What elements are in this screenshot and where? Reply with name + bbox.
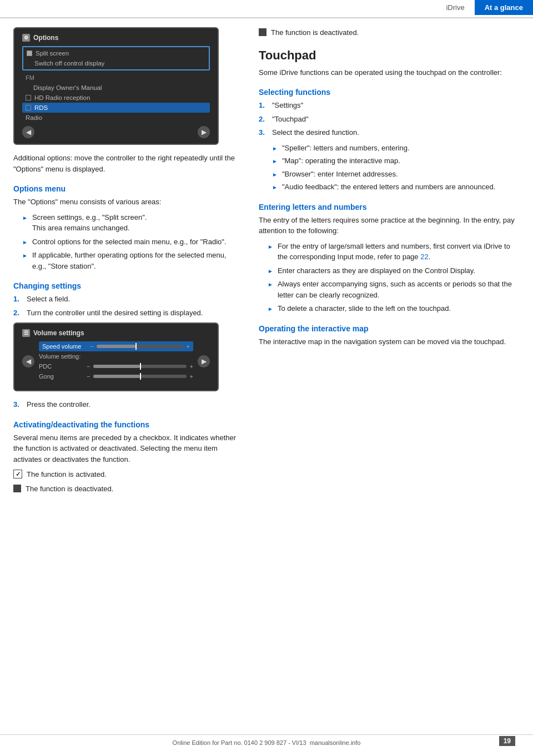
changing-step-1: 1. Select a field. [13, 294, 241, 305]
volume-screen-title: ☰ Volume settings [22, 329, 210, 337]
bullet-subtext-1: This area remains unchanged. [32, 224, 130, 232]
volume-rows-area: Speed volume − + Volume setting: [39, 341, 193, 381]
gong-slider-marker [140, 373, 141, 380]
enter-bullet-2: ► Enter characters as they are displayed… [263, 265, 520, 276]
changing-step-1-text: Select a field. [27, 294, 70, 305]
enter-bullet-3: ► Always enter accompanying signs, such … [263, 279, 520, 300]
options-screen-mockup: ⚙ Options Split screen Switch off contro… [13, 27, 219, 145]
checkbox-split [27, 51, 32, 56]
step3-num: 3. [13, 399, 22, 410]
bullet-text-2: Control options for the selected main me… [32, 236, 227, 248]
check-icon: ✓ [13, 470, 22, 478]
deactivated-text-right: The function is deactivated. [271, 27, 359, 38]
changing-settings-heading: Changing settings [13, 281, 241, 290]
screen-item-ownersmanual: Display Owner's Manual [22, 83, 210, 93]
page-number: 19 [499, 736, 515, 746]
checkbox-hdradio [26, 95, 31, 100]
enter-tri-1: ► [268, 243, 273, 263]
volume-screen-mockup: ☰ Volume settings ◀ Speed volume − + [13, 322, 219, 391]
pdc-slider [93, 365, 186, 368]
deactivated-text: The function is deactivated. [26, 483, 113, 495]
gong-slider [93, 375, 186, 378]
touchpad-intro: Some iDrive functions can be operated us… [259, 67, 520, 78]
selecting-bullets-list: ► "Speller": letters and numbers, enteri… [259, 143, 520, 193]
entering-para: The entry of the letters requires some p… [259, 215, 520, 236]
nav-right-arrow: ▶ [198, 126, 210, 138]
bullet-icon-2: ► [22, 238, 28, 248]
changing-step-2: 2. Turn the controller until the desired… [13, 308, 241, 319]
speed-slider-fill [97, 345, 135, 348]
sel-bullet-1-text: "Speller": letters and numbers, entering… [282, 143, 410, 154]
enter-bullet-4: ► To delete a character, slide to the le… [263, 303, 520, 314]
header-tabs: iDrive At a glance [436, 0, 533, 15]
sel-bullet-4-text: "Audio feedback": the entered letters an… [282, 182, 495, 193]
footer-site: manualsonline.info [310, 739, 361, 746]
changing-steps-list: 1. Select a field. 2. Turn the controlle… [13, 294, 241, 318]
volume-row-gong: Gong − + [39, 371, 193, 381]
touchpad-heading: Touchpad [259, 48, 520, 63]
volume-setting-label-row: Volume setting: [39, 351, 193, 361]
step3-line: 3. Press the controller. [13, 399, 241, 410]
speed-slider [97, 345, 183, 348]
enter-bullet-1: ► For the entry of large/small letters a… [263, 241, 520, 263]
gong-slider-fill [93, 375, 140, 378]
bullet-text-1: Screen settings, e.g., "Split screen". [32, 213, 147, 221]
activated-text: The function is activated. [27, 469, 107, 480]
checkbox-rds [26, 105, 31, 110]
enter-bullet-3-text: Always enter accompanying signs, such as… [278, 279, 520, 300]
list-icon: ☰ [22, 329, 30, 337]
bullet-text-3: If applicable, further operating options… [32, 250, 241, 271]
screen1-highlight-box: Split screen Switch off control display [22, 46, 210, 70]
options-menu-intro: The "Options" menu consists of various a… [13, 196, 241, 208]
sel-bullet-3-text: "Browser": enter Internet addresses. [282, 169, 398, 180]
operating-map-heading: Operating the interactive map [259, 324, 520, 333]
footer-text: Online Edition for Part no. 0140 2 909 8… [173, 739, 306, 746]
pdc-slider-marker [140, 363, 141, 370]
selecting-step-3-text: Select the desired function. [272, 127, 359, 138]
tab-at-glance[interactable]: At a glance [475, 0, 533, 15]
sel-tri-4: ► [272, 183, 278, 193]
enter-bullet-4-text: To delete a character, slide to the left… [278, 303, 451, 314]
screen-item-fm: FM [22, 73, 210, 83]
right-column: The function is deactivated. Touchpad So… [259, 27, 520, 497]
selecting-step-1-text: "Settings" [272, 100, 303, 111]
enter-tri-2: ► [268, 267, 273, 276]
enter-bullet-2-text: Enter characters as they are displayed o… [278, 265, 475, 276]
screen1-title: ⚙ Options [22, 34, 210, 42]
entering-bullets-list: ► For the entry of large/small letters a… [259, 241, 520, 314]
sel-bullet-3: ► "Browser": enter Internet addresses. [272, 169, 520, 180]
bullet-screen-settings: ► Screen settings, e.g., "Split screen".… [18, 212, 241, 234]
options-bullets-list: ► Screen settings, e.g., "Split screen".… [13, 212, 241, 272]
screen-item-switchoff: Switch off control display [23, 58, 209, 68]
tab-idrive[interactable]: iDrive [436, 0, 474, 15]
enter-bullet-1-text: For the entry of large/small letters and… [278, 241, 520, 263]
sel-bullet-4: ► "Audio feedback": the entered letters … [272, 182, 520, 193]
selecting-functions-heading: Selecting functions [259, 88, 520, 97]
square-icon [13, 485, 21, 492]
page-content: ⚙ Options Split screen Switch off contro… [0, 27, 533, 497]
activated-line: ✓ The function is activated. [13, 469, 241, 480]
selecting-step-1: 1. "Settings" [259, 100, 520, 111]
deactivated-note: The function is deactivated. [259, 27, 520, 38]
operating-map-para: The interactive map in the navigation sy… [259, 336, 520, 347]
page-footer: Online Edition for Part no. 0140 2 909 8… [0, 734, 533, 746]
square-icon-right [259, 28, 266, 36]
page-ref-link[interactable]: 22 [420, 253, 428, 261]
sel-tri-1: ► [272, 144, 278, 154]
selecting-step-3: 3. Select the desired function. [259, 127, 520, 138]
selecting-step-2: 2. "Touchpad" [259, 114, 520, 125]
vol-nav-right: ▶ [198, 355, 210, 367]
deactivated-line: The function is deactivated. [13, 483, 241, 495]
bullet-control-options: ► Control options for the selected main … [18, 236, 241, 248]
nav-left-arrow: ◀ [22, 126, 34, 138]
volume-row-pdc: PDC − + [39, 361, 193, 371]
options-menu-heading: Options menu [13, 184, 241, 193]
screen-item-rds: RDS [22, 103, 210, 113]
entering-heading: Entering letters and numbers [259, 203, 520, 211]
volume-title-text: Volume settings [33, 329, 84, 337]
enter-tri-3: ► [268, 280, 273, 300]
selecting-steps-list: 1. "Settings" 2. "Touchpad" 3. Select th… [259, 100, 520, 138]
left-column: ⚙ Options Split screen Switch off contro… [13, 27, 241, 497]
screen-item-split: Split screen [23, 48, 209, 58]
enter-tri-4: ► [268, 305, 273, 314]
